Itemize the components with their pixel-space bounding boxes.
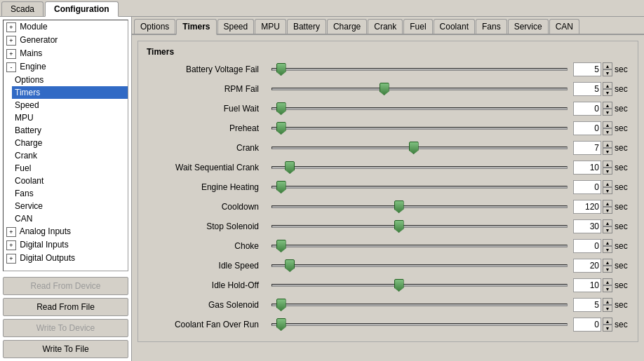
tab-mpu[interactable]: MPU [255, 19, 286, 34]
slider-container[interactable] [271, 121, 568, 135]
spinner-input[interactable] [573, 62, 601, 76]
read-from-file-button[interactable]: Read From File [3, 298, 128, 316]
tree-coolant[interactable]: Coolant [12, 175, 128, 187]
slider-track[interactable] [271, 264, 568, 267]
slider-track[interactable] [271, 88, 568, 90]
write-to-device-button[interactable]: Write To Device [3, 319, 128, 337]
tree-digital-inputs[interactable]: + Digital Inputs [4, 238, 128, 252]
slider-container[interactable] [271, 200, 568, 214]
slider-thumb[interactable] [394, 220, 404, 233]
spin-down-button[interactable]: ▼ [603, 168, 612, 175]
expand-icon[interactable]: + [6, 36, 16, 46]
spin-down-button[interactable]: ▼ [603, 187, 612, 194]
spin-up-button[interactable]: ▲ [603, 259, 612, 266]
spin-down-button[interactable]: ▼ [603, 148, 612, 155]
spinner-input[interactable] [573, 141, 601, 155]
tab-speed[interactable]: Speed [217, 19, 255, 34]
slider-container[interactable] [271, 318, 568, 332]
slider-track[interactable] [271, 323, 568, 326]
tree-digital-outputs[interactable]: + Digital Outputs [4, 252, 128, 265]
spin-down-button[interactable]: ▼ [603, 207, 612, 214]
expand-icon[interactable]: + [6, 254, 16, 264]
tree-charge[interactable]: Charge [12, 137, 128, 149]
expand-icon[interactable]: + [6, 22, 16, 32]
slider-track[interactable] [271, 166, 568, 169]
slider-track[interactable] [271, 245, 568, 247]
spinner-input[interactable] [573, 298, 601, 312]
tree-battery[interactable]: Battery [12, 124, 128, 137]
slider-thumb[interactable] [394, 279, 404, 292]
tree-mpu[interactable]: MPU [12, 111, 128, 124]
slider-container[interactable] [271, 62, 568, 76]
slider-thumb[interactable] [409, 142, 419, 154]
tree-options[interactable]: Options [12, 74, 128, 86]
tree-crank[interactable]: Crank [12, 149, 128, 162]
spin-down-button[interactable]: ▼ [603, 246, 612, 253]
slider-thumb[interactable] [276, 318, 286, 331]
tree-fuel[interactable]: Fuel [12, 162, 128, 175]
spin-down-button[interactable]: ▼ [603, 305, 612, 312]
tab-configuration[interactable]: Configuration [45, 1, 119, 17]
write-to-file-button[interactable]: Write To File [3, 340, 128, 358]
spinner-input[interactable] [573, 239, 601, 253]
tree-fans[interactable]: Fans [12, 187, 128, 200]
spin-up-button[interactable]: ▲ [603, 239, 612, 246]
tree-engine[interactable]: - Engine [4, 60, 128, 74]
slider-container[interactable] [271, 239, 568, 253]
tab-fans[interactable]: Fans [476, 19, 507, 34]
tab-can[interactable]: CAN [549, 19, 579, 34]
slider-container[interactable] [271, 298, 568, 312]
tree-can[interactable]: CAN [12, 212, 128, 225]
slider-thumb[interactable] [276, 240, 286, 252]
slider-container[interactable] [271, 180, 568, 194]
spin-up-button[interactable]: ▲ [603, 102, 612, 109]
tab-scada[interactable]: Scada [1, 1, 43, 16]
read-from-device-button[interactable]: Read From Device [3, 277, 128, 295]
spinner-input[interactable] [573, 318, 601, 332]
spinner-input[interactable] [573, 259, 601, 273]
spin-up-button[interactable]: ▲ [603, 278, 612, 285]
tab-fuel[interactable]: Fuel [403, 19, 432, 34]
spinner-input[interactable] [573, 200, 601, 214]
tree-speed[interactable]: Speed [12, 99, 128, 111]
spin-down-button[interactable]: ▼ [603, 226, 612, 233]
spin-up-button[interactable]: ▲ [603, 219, 612, 226]
tree-timers[interactable]: Timers [12, 86, 128, 99]
spin-up-button[interactable]: ▲ [603, 318, 612, 325]
spin-up-button[interactable]: ▲ [603, 298, 612, 305]
expand-icon[interactable]: + [6, 227, 16, 237]
slider-container[interactable] [271, 141, 568, 155]
slider-container[interactable] [271, 102, 568, 116]
slider-thumb[interactable] [276, 102, 286, 115]
slider-thumb[interactable] [394, 200, 404, 213]
spinner-input[interactable] [573, 82, 601, 96]
spin-up-button[interactable]: ▲ [603, 121, 612, 128]
slider-track[interactable] [271, 127, 568, 130]
expand-icon[interactable]: + [6, 49, 16, 59]
slider-container[interactable] [271, 82, 568, 96]
spin-up-button[interactable]: ▲ [603, 161, 612, 168]
spin-down-button[interactable]: ▼ [603, 285, 612, 292]
slider-track[interactable] [271, 186, 568, 189]
slider-thumb[interactable] [276, 122, 286, 135]
slider-container[interactable] [271, 259, 568, 273]
slider-thumb[interactable] [276, 299, 286, 311]
spinner-input[interactable] [573, 180, 601, 194]
slider-track[interactable] [271, 225, 568, 228]
tree-mains[interactable]: + Mains [4, 47, 128, 60]
spinner-input[interactable] [573, 102, 601, 116]
tab-charge[interactable]: Charge [327, 19, 367, 34]
expand-icon[interactable]: - [6, 62, 16, 72]
spin-down-button[interactable]: ▼ [603, 109, 612, 116]
tab-coolant[interactable]: Coolant [434, 19, 475, 34]
slider-thumb[interactable] [276, 181, 286, 193]
tab-battery[interactable]: Battery [287, 19, 326, 34]
slider-track[interactable] [271, 107, 568, 110]
slider-container[interactable] [271, 219, 568, 233]
slider-thumb[interactable] [380, 83, 389, 95]
slider-thumb[interactable] [276, 63, 286, 76]
tree-module[interactable]: + Module [4, 20, 128, 34]
tree-service[interactable]: Service [12, 200, 128, 212]
slider-container[interactable] [271, 278, 568, 292]
slider-thumb[interactable] [285, 259, 295, 272]
